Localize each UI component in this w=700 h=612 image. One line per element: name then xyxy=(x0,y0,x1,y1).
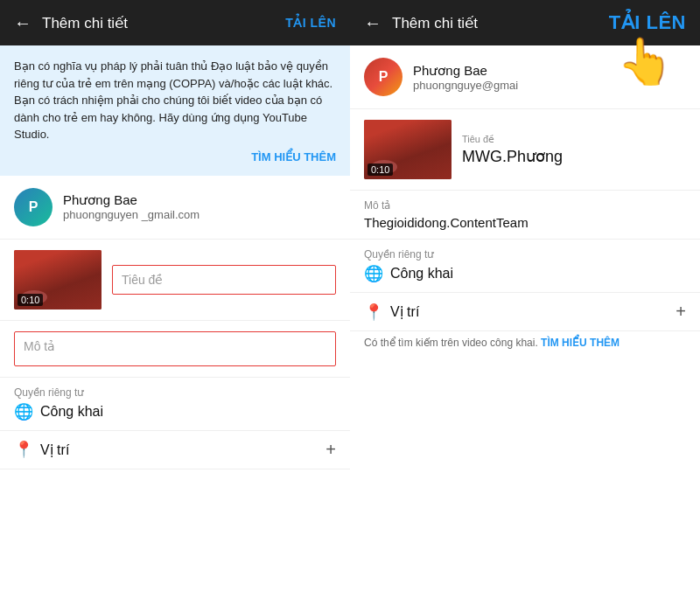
left-description-input[interactable]: Mô tả xyxy=(14,331,336,366)
left-user-name: Phương Bae xyxy=(63,192,200,208)
right-location-note-text: Có thể tìm kiếm trên video công khai. xyxy=(364,337,538,349)
right-video-with-info: 0:10 Tiêu đề MWG.Phương xyxy=(364,120,686,179)
left-privacy-text: Công khai xyxy=(40,404,103,420)
right-location-row[interactable]: 📍 Vị trí + xyxy=(350,293,700,331)
left-back-button[interactable]: ← xyxy=(14,13,32,33)
left-header: ← Thêm chi tiết TẢI LÊN xyxy=(0,0,350,45)
left-panel: ← Thêm chi tiết TẢI LÊN Bạn có nghĩa vụ … xyxy=(0,0,350,612)
left-video-thumbnail: 0:10 xyxy=(14,250,102,309)
left-title-wrapper: Tiêu đề xyxy=(112,265,336,295)
left-location-text: Vị trí xyxy=(40,442,326,458)
right-user-info: Phương Bae phuongnguye@gmai xyxy=(413,63,518,92)
right-video-duration: 0:10 xyxy=(368,163,393,176)
right-title-value[interactable]: MWG.Phương xyxy=(462,147,563,166)
left-content: Bạn có nghĩa vụ pháp lý phải tuân thủ Đạ… xyxy=(0,45,350,612)
left-title-input[interactable]: Tiêu đề xyxy=(112,265,336,295)
right-title-label: Tiêu đề xyxy=(462,134,563,145)
left-description-section: Mô tả xyxy=(0,321,350,378)
right-title-area: Tiêu đề MWG.Phương xyxy=(462,134,563,166)
right-header: ← Thêm chi tiết TẢI LÊN xyxy=(350,0,700,45)
right-avatar: P xyxy=(364,58,402,96)
right-video-thumbnail: 0:10 xyxy=(364,120,452,179)
right-video-title-row: 0:10 Tiêu đề MWG.Phương xyxy=(350,109,700,191)
right-avatar-image: P xyxy=(364,58,402,96)
left-video-title-row: 0:10 Tiêu đề xyxy=(0,240,350,321)
left-privacy-label: Quyền riêng tư xyxy=(14,386,336,399)
right-privacy-label: Quyền riêng tư xyxy=(364,248,686,261)
left-privacy-value[interactable]: 🌐 Công khai xyxy=(14,402,336,421)
right-user-name: Phương Bae xyxy=(413,63,518,79)
left-avatar: P xyxy=(14,188,52,226)
legal-text: Bạn có nghĩa vụ pháp lý phải tuân thủ Đạ… xyxy=(14,58,336,143)
left-video-duration: 0:10 xyxy=(18,294,43,306)
right-upload-button[interactable]: TẢI LÊN xyxy=(609,11,686,34)
right-description-label: Mô tả xyxy=(364,199,686,212)
right-user-row: P Phương Bae phuongnguye@gmai xyxy=(350,45,700,109)
right-email-partial: phuongnguye xyxy=(413,79,482,92)
right-privacy-text: Công khai xyxy=(390,266,453,282)
left-avatar-image: P xyxy=(14,188,52,226)
left-location-icon: 📍 xyxy=(14,440,33,459)
right-email-domain: @gmai xyxy=(482,79,518,92)
left-user-row: P Phương Bae phuongnguyen _gmail.com xyxy=(0,176,350,240)
right-privacy-section: Quyền riêng tư 🌐 Công khai xyxy=(350,240,700,293)
left-upload-button[interactable]: TẢI LÊN xyxy=(285,16,336,30)
right-globe-icon: 🌐 xyxy=(364,264,383,283)
right-location-plus[interactable]: + xyxy=(676,302,686,322)
right-panel: 👆 ← Thêm chi tiết TẢI LÊN P Phương Bae p… xyxy=(350,0,700,612)
legal-notice: Bạn có nghĩa vụ pháp lý phải tuân thủ Đạ… xyxy=(0,45,350,176)
right-location-learn-more[interactable]: TÌM HIỂU THÊM xyxy=(541,337,620,349)
right-back-button[interactable]: ← xyxy=(364,13,382,33)
right-privacy-value[interactable]: 🌐 Công khai xyxy=(364,264,686,283)
left-location-row[interactable]: 📍 Vị trí + xyxy=(0,431,350,469)
right-description-value[interactable]: Thegioididong.ContentTeam xyxy=(364,215,686,230)
left-user-email: phuongnguyen _gmail.com xyxy=(63,208,200,221)
right-location-note: Có thể tìm kiếm trên video công khai. TÌ… xyxy=(350,331,700,352)
right-title: Thêm chi tiết xyxy=(392,14,609,32)
right-content: P Phương Bae phuongnguye@gmai 0:10 Tiêu … xyxy=(350,45,700,612)
left-location-plus[interactable]: + xyxy=(326,440,336,460)
left-learn-more-link[interactable]: TÌM HIỂU THÊM xyxy=(14,150,336,163)
left-privacy-section: Quyền riêng tư 🌐 Công khai xyxy=(0,378,350,431)
left-user-info: Phương Bae phuongnguyen _gmail.com xyxy=(63,192,200,221)
right-user-email: phuongnguye@gmai xyxy=(413,79,518,92)
right-location-icon: 📍 xyxy=(364,303,383,322)
left-title: Thêm chi tiết xyxy=(42,14,285,32)
right-description-section: Mô tả Thegioididong.ContentTeam xyxy=(350,191,700,240)
left-globe-icon: 🌐 xyxy=(14,402,33,421)
right-location-text: Vị trí xyxy=(390,303,676,320)
